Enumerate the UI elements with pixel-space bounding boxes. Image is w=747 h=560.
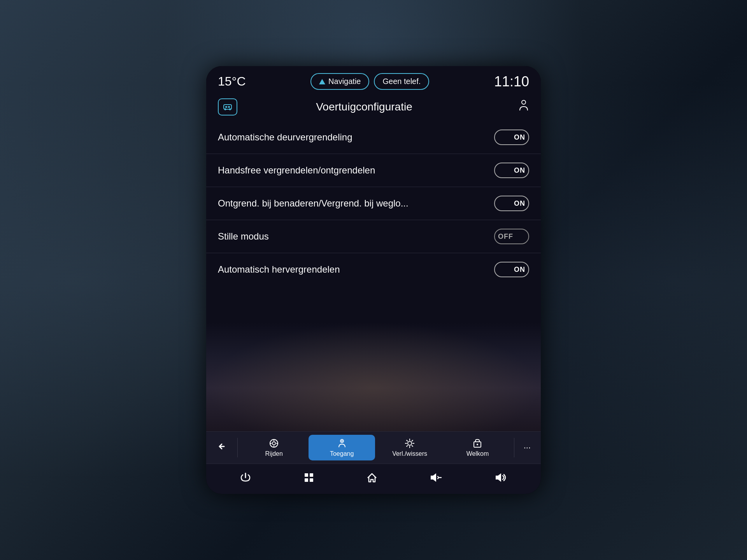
- setting-label-auto-relock: Automatisch hervergrendelen: [218, 264, 340, 275]
- toggle-handsfree[interactable]: ON: [494, 163, 529, 178]
- svg-line-20: [412, 445, 413, 447]
- svg-point-5: [522, 100, 526, 104]
- screen: 15°C Navigatie Geen telef. 11:10: [206, 66, 541, 494]
- welkom-icon: [472, 438, 483, 449]
- tab-verl-wissers-label: Verl./wissers: [392, 450, 427, 457]
- toggle-auto-lock-label: ON: [514, 133, 525, 142]
- setting-row-silent[interactable]: Stille modus OFF: [206, 220, 541, 253]
- tab-toegang[interactable]: Toegang: [309, 435, 375, 460]
- grid-button[interactable]: [298, 469, 320, 488]
- setting-row-handsfree[interactable]: Handsfree vergrendelen/ontgrendelen ON: [206, 154, 541, 187]
- setting-row-auto-relock[interactable]: Automatisch hervergrendelen ON: [206, 253, 541, 286]
- person-svg-icon: [518, 100, 529, 112]
- volume-down-button[interactable]: [424, 469, 448, 488]
- svg-line-22: [407, 445, 408, 447]
- grid-icon: [303, 472, 315, 483]
- setting-row-proximity[interactable]: Ontgrend. bij benaderen/Vergrend. bij we…: [206, 187, 541, 220]
- home-icon: [366, 472, 378, 483]
- power-button[interactable]: [234, 469, 257, 488]
- toggle-auto-relock[interactable]: ON: [494, 262, 529, 277]
- toggle-silent-label: OFF: [498, 233, 513, 241]
- svg-rect-27: [305, 478, 308, 482]
- phone-button-label: Geen telef.: [382, 77, 421, 86]
- tab-back-button[interactable]: [210, 438, 234, 458]
- toggle-proximity[interactable]: ON: [494, 196, 529, 211]
- volume-up-button[interactable]: [489, 469, 513, 488]
- tab-rijden-label: Rijden: [265, 450, 283, 457]
- tab-welkom[interactable]: Welkom: [444, 435, 510, 460]
- setting-label-handsfree: Handsfree vergrendelen/ontgrendelen: [218, 165, 375, 176]
- tab-divider-1: [237, 438, 238, 457]
- navigation-button[interactable]: Navigatie: [310, 73, 369, 90]
- toggle-auto-lock[interactable]: ON: [494, 130, 529, 145]
- svg-point-7: [272, 442, 275, 445]
- reflection-area: [206, 322, 541, 431]
- page-header: Voertuigconfiguratie: [206, 94, 541, 121]
- setting-row-auto-lock[interactable]: Automatische deurvergrendeling ON: [206, 121, 541, 154]
- setting-label-silent: Stille modus: [218, 231, 269, 242]
- svg-marker-29: [431, 473, 436, 482]
- volume-up-icon: [494, 472, 507, 483]
- nav-buttons: Navigatie Geen telef.: [310, 73, 429, 90]
- verl-wissers-icon: [404, 438, 415, 449]
- car-background: 15°C Navigatie Geen telef. 11:10: [0, 0, 747, 560]
- tab-more-button[interactable]: ···: [517, 439, 537, 457]
- tab-rijden[interactable]: Rijden: [241, 435, 307, 460]
- svg-rect-25: [305, 473, 308, 477]
- power-icon: [240, 472, 251, 483]
- svg-rect-28: [310, 478, 313, 482]
- svg-line-19: [407, 440, 408, 442]
- svg-point-13: [341, 440, 343, 442]
- setting-label-auto-lock: Automatische deurvergrendeling: [218, 132, 352, 143]
- svg-line-21: [412, 440, 413, 442]
- page-title: Voertuigconfiguratie: [218, 101, 510, 113]
- svg-marker-31: [496, 473, 501, 482]
- tab-toegang-label: Toegang: [330, 450, 354, 457]
- rijden-icon: [268, 438, 279, 449]
- screen-container: 15°C Navigatie Geen telef. 11:10: [206, 66, 541, 494]
- nav-tabs: Rijden Toegang: [206, 431, 541, 464]
- person-icon: [518, 100, 529, 115]
- temperature-display: 15°C: [218, 74, 246, 89]
- settings-list: Automatische deurvergrendeling ON Handsf…: [206, 121, 541, 322]
- svg-point-24: [477, 444, 478, 445]
- nav-arrow-icon: [319, 79, 325, 84]
- toggle-silent[interactable]: OFF: [494, 229, 529, 244]
- bottom-bar: [206, 464, 541, 494]
- setting-label-proximity: Ontgrend. bij benaderen/Vergrend. bij we…: [218, 198, 409, 209]
- time-display: 11:10: [494, 74, 529, 90]
- tab-welkom-label: Welkom: [466, 450, 489, 457]
- tab-verl-wissers[interactable]: Verl./wissers: [377, 435, 443, 460]
- toggle-handsfree-label: ON: [514, 166, 525, 175]
- back-arrow-icon: [216, 441, 228, 452]
- tab-divider-2: [514, 438, 514, 457]
- home-button[interactable]: [361, 469, 383, 488]
- svg-rect-26: [310, 473, 313, 477]
- svg-point-14: [408, 441, 412, 445]
- volume-down-icon: [429, 472, 442, 483]
- toggle-auto-relock-label: ON: [514, 266, 525, 274]
- toggle-proximity-label: ON: [514, 200, 525, 208]
- phone-button[interactable]: Geen telef.: [374, 73, 429, 90]
- toegang-icon: [337, 438, 347, 449]
- status-bar: 15°C Navigatie Geen telef. 11:10: [206, 66, 541, 94]
- nav-button-label: Navigatie: [328, 77, 361, 86]
